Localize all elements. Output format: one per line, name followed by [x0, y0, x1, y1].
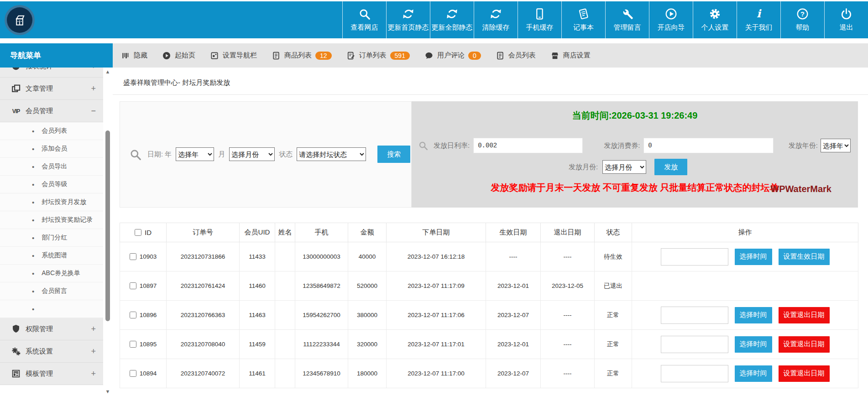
nav-item-order-list[interactable]: 订单列表591	[346, 51, 410, 60]
date-input[interactable]	[661, 336, 728, 353]
sidebar-subitem[interactable]: •ABC券兑换单	[0, 265, 103, 282]
table-header-cell: 金额	[348, 223, 387, 242]
rate-input[interactable]	[473, 138, 583, 153]
topbar-personal-settings-button[interactable]: 个人设置	[693, 1, 737, 38]
sidebar-subitem[interactable]: •会员列表	[0, 122, 103, 140]
topbar-about-us-button[interactable]: i关于我们	[737, 1, 780, 38]
sidebar-subitem[interactable]: •会员等级	[0, 176, 103, 193]
expand-icon[interactable]: +	[91, 324, 96, 334]
scrollbar-thumb[interactable]	[105, 130, 110, 321]
status-select[interactable]: 请选择封坛状态	[297, 147, 366, 161]
row-checkbox[interactable]	[130, 370, 136, 377]
nav-item-label: 设置导航栏	[223, 51, 257, 60]
choose-time-button[interactable]: 选择时间	[735, 307, 772, 323]
set-date-button[interactable]: 设置生效日期	[779, 249, 830, 265]
scroll-up-icon[interactable]: ▲	[104, 69, 112, 74]
nav-item-nav-settings[interactable]: 设置导航栏	[210, 51, 257, 60]
expand-icon[interactable]: +	[91, 369, 96, 379]
choose-time-button[interactable]: 选择时间	[735, 249, 772, 265]
set-date-button[interactable]: 设置退出日期	[779, 365, 830, 382]
expand-icon[interactable]: +	[91, 347, 96, 356]
sidebar-subitem[interactable]: •会员留言	[0, 282, 103, 300]
sidebar-subitem-label: 系统图谱	[42, 251, 67, 260]
payout-button[interactable]: 发放	[654, 159, 687, 175]
nav-item-hide[interactable]: 隐藏	[121, 51, 147, 60]
nav-item-label: 起始页	[175, 51, 195, 60]
notepad-icon	[577, 8, 590, 20]
row-checkbox[interactable]	[130, 312, 136, 318]
collapse-icon[interactable]: −	[91, 106, 96, 116]
coupon-input[interactable]	[643, 138, 774, 153]
sidebar-subitem[interactable]: •添加会员	[0, 140, 103, 158]
status-badge: 正常	[595, 330, 632, 359]
nav-item-label: 商店设置	[563, 51, 591, 60]
topbar-refresh-all-button[interactable]: 更新全部静态	[430, 1, 474, 38]
sidebar-subitem[interactable]: •封坛投资奖励记录	[0, 211, 103, 229]
table-header-cell: 状态	[595, 223, 632, 242]
month-label: 月	[218, 150, 225, 159]
year-select[interactable]: 选择年	[176, 147, 214, 161]
topbar-view-shop-button[interactable]: 查看网店	[342, 1, 386, 38]
date-input[interactable]	[661, 248, 728, 266]
select-all-checkbox[interactable]	[135, 229, 141, 236]
sidebar-subitem[interactable]: •会员导出	[0, 158, 103, 176]
date-input[interactable]	[661, 307, 728, 324]
row-checkbox[interactable]	[130, 341, 136, 348]
topbar-manage-messages-button[interactable]: 管理留言	[605, 1, 649, 38]
nav-item-shop-settings[interactable]: 商店设置	[550, 51, 591, 60]
amount-cell: 40000	[348, 242, 387, 271]
topbar-refresh-home-button[interactable]: 更新首页静态	[386, 1, 430, 38]
member-name-cell	[275, 242, 295, 271]
member-uid-cell: 11459	[240, 330, 275, 359]
set-date-button[interactable]: 设置退出日期	[779, 336, 830, 353]
coupon-label: 发放消费券:	[604, 141, 640, 150]
sidebar-item-label: 文章管理	[26, 84, 53, 93]
expand-icon[interactable]: +	[91, 84, 96, 94]
topbar-notepad-button[interactable]: 记事本	[561, 1, 605, 38]
sidebar-item-system-settings[interactable]: 系统设置+	[0, 340, 103, 363]
row-checkbox[interactable]	[130, 253, 136, 260]
sidebar-subitem[interactable]: •部门分红	[0, 229, 103, 247]
nav-item-start-page[interactable]: 起始页	[162, 51, 195, 60]
table-row: 1089420231207400721146112345678910180000…	[120, 359, 858, 388]
topbar-button-label: 退出	[840, 23, 853, 32]
row-checkbox[interactable]	[130, 282, 136, 289]
payout-year-select[interactable]: 选择年	[821, 139, 851, 152]
effective-date-cell: 2023-12-01	[486, 330, 541, 359]
date-input[interactable]	[661, 365, 728, 382]
bullet-icon: •	[32, 127, 34, 135]
topbar-help-button[interactable]: ?帮助	[780, 1, 824, 38]
search-button[interactable]: 搜索	[377, 146, 410, 163]
table-header-cell: 手机	[295, 223, 348, 242]
sidebar-item-article-mgmt[interactable]: 文章管理+	[0, 78, 103, 100]
sidebar-scrollbar[interactable]: ▲ ▼	[104, 68, 112, 396]
amount-cell: 180000	[348, 359, 387, 388]
nav-item-member-list[interactable]: 会员列表	[496, 51, 536, 60]
sidebar-item-member-mgmt[interactable]: VIP会员管理−	[0, 100, 103, 122]
payout-month-select[interactable]: 选择月份	[602, 160, 646, 174]
sidebar-subitem[interactable]: •	[0, 300, 103, 318]
nav-item-user-comments[interactable]: 用户评论0	[424, 51, 481, 60]
member-name-cell	[275, 301, 295, 330]
sidebar-subitem[interactable]: •封坛投资月发放	[0, 193, 103, 211]
topbar-shop-wizard-button[interactable]: 开店向导	[649, 1, 693, 38]
bullet-icon: •	[32, 287, 34, 295]
sidebar-subitem[interactable]: •系统图谱	[0, 247, 103, 265]
month-select[interactable]: 选择月份	[229, 147, 275, 161]
topbar-mobile-cache-button[interactable]: 手机缓存	[518, 1, 561, 38]
goods-list-icon	[272, 51, 281, 60]
expand-icon[interactable]: +	[91, 68, 96, 71]
nav-item-goods-list[interactable]: 商品列表12	[272, 51, 332, 60]
set-date-button[interactable]: 设置退出日期	[779, 307, 830, 323]
sidebar-item-template-mgmt[interactable]: 模板管理+	[0, 363, 103, 385]
topbar-button-label: 查看网店	[351, 23, 378, 32]
topbar-clear-cache-button[interactable]: 清除缓存	[474, 1, 518, 38]
sidebar-item-perm-mgmt[interactable]: 权限管理+	[0, 318, 103, 340]
id-cell: 10903	[120, 242, 167, 271]
sidebar-item-report-stats[interactable]: 报表统计+	[0, 68, 103, 78]
table-row: 1089520231207080401145911122233344320000…	[120, 330, 858, 359]
choose-time-button[interactable]: 选择时间	[735, 365, 772, 382]
choose-time-button[interactable]: 选择时间	[735, 336, 772, 353]
scroll-down-icon[interactable]: ▼	[104, 389, 112, 394]
topbar-logout-button[interactable]: 退出	[824, 1, 868, 38]
